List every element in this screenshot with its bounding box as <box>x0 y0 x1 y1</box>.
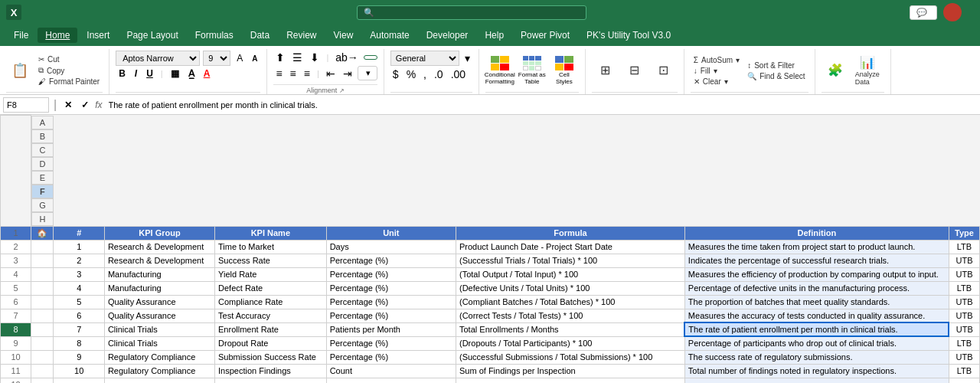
col-header-e[interactable]: E <box>31 171 54 185</box>
bold-button[interactable]: B <box>116 67 129 80</box>
empty-cell[interactable] <box>104 378 214 383</box>
autosum-button[interactable]: ΣAutoSum▾ <box>691 55 743 65</box>
col-c-cell[interactable]: Research & Development <box>104 254 214 267</box>
insert-button[interactable]: ⊞ <box>592 61 619 80</box>
col-a-cell[interactable] <box>31 364 54 378</box>
col-h-cell[interactable]: UTB <box>949 322 979 336</box>
align-bottom-button[interactable]: ⬇ <box>308 51 322 64</box>
menu-formulas[interactable]: Formulas <box>188 28 241 43</box>
header-formula[interactable]: Formula <box>456 226 685 240</box>
col-e-cell[interactable]: Percentage (%) <box>326 336 456 350</box>
col-h-cell[interactable]: LTB <box>949 336 979 350</box>
col-f-cell[interactable]: (Dropouts / Total Participants) * 100 <box>456 336 685 350</box>
col-f-cell[interactable]: Product Launch Date - Project Start Date <box>456 240 685 254</box>
menu-page-layout[interactable]: Page Layout <box>119 28 185 43</box>
currency-button[interactable]: $ <box>390 67 401 81</box>
col-e-cell[interactable]: Percentage (%) <box>326 350 456 364</box>
col-d-cell[interactable]: Dropout Rate <box>215 336 327 350</box>
fill-button[interactable]: ↓Fill▾ <box>691 66 743 76</box>
col-d-cell[interactable]: Test Accuracy <box>215 309 327 322</box>
col-c-cell[interactable]: Manufacturing <box>104 281 214 295</box>
cancel-formula-button[interactable]: ✕ <box>61 99 75 111</box>
col-f-cell[interactable]: (Successful Trials / Total Trials) * 100 <box>456 254 685 267</box>
col-f-cell[interactable]: (Compliant Batches / Total Batches) * 10… <box>456 295 685 309</box>
col-g-cell[interactable]: The proportion of batches that meet qual… <box>684 295 949 309</box>
menu-home[interactable]: Home <box>38 28 77 43</box>
header-num[interactable]: # <box>54 226 104 240</box>
menu-pk-utility[interactable]: PK's Utility Tool V3.0 <box>579 28 678 43</box>
col-e-cell[interactable]: Percentage (%) <box>326 281 456 295</box>
col-e-cell[interactable]: Percentage (%) <box>326 295 456 309</box>
col-c-cell[interactable]: Quality Assurance <box>104 295 214 309</box>
number-format-dropdown-icon[interactable]: ▾ <box>462 51 472 65</box>
formula-input[interactable] <box>106 100 978 110</box>
table-row[interactable]: 65Quality AssuranceCompliance RatePercen… <box>1 295 980 309</box>
confirm-formula-button[interactable]: ✓ <box>78 99 92 111</box>
col-c-cell[interactable]: Regulatory Compliance <box>104 364 214 378</box>
empty-cell[interactable] <box>326 378 456 383</box>
col-header-f[interactable]: F <box>31 185 54 198</box>
align-left-button[interactable]: ≡ <box>273 67 284 80</box>
font-size-select[interactable]: 9 <box>203 51 230 66</box>
col-f-cell[interactable]: (Successful Submissions / Total Submissi… <box>456 350 685 364</box>
search-box[interactable]: 🔍 <box>357 5 586 20</box>
table-row[interactable]: 109Regulatory ComplianceSubmission Succe… <box>1 350 980 364</box>
empty-cell[interactable] <box>949 378 979 383</box>
col-h-cell[interactable]: LTB <box>949 240 979 254</box>
decrease-font-button[interactable]: A <box>249 54 260 64</box>
col-c-cell[interactable]: Research & Development <box>104 240 214 254</box>
wrap-text-button[interactable] <box>364 55 377 60</box>
header-definition[interactable]: Definition <box>684 226 949 240</box>
increase-indent-button[interactable]: ⇥ <box>341 67 354 80</box>
col-h-cell[interactable]: UTB <box>949 309 979 322</box>
font-name-select[interactable]: Aptos Narrow <box>116 51 200 66</box>
col-h-cell[interactable]: LTB <box>949 364 979 378</box>
col-e-cell[interactable]: Percentage (%) <box>326 267 456 281</box>
empty-row[interactable]: 12 <box>1 378 980 383</box>
align-center-button[interactable]: ≡ <box>288 67 299 80</box>
borders-button[interactable]: ▦ <box>168 67 182 80</box>
increase-font-button[interactable]: A <box>234 52 246 64</box>
col-e-cell[interactable]: Count <box>326 364 456 378</box>
header-kpi-name[interactable]: KPI Name <box>215 226 327 240</box>
col-a-cell[interactable] <box>31 240 54 254</box>
col-f-cell[interactable]: (Correct Tests / Total Tests) * 100 <box>456 309 685 322</box>
col-c-cell[interactable]: Manufacturing <box>104 267 214 281</box>
menu-power-pivot[interactable]: Power Pivot <box>513 28 577 43</box>
percent-button[interactable]: % <box>404 67 418 81</box>
col-header-c[interactable]: C <box>31 143 54 157</box>
col-h-cell[interactable]: UTB <box>949 295 979 309</box>
col-f-cell[interactable]: (Total Output / Total Input) * 100 <box>456 267 685 281</box>
col-h-cell[interactable]: UTB <box>949 254 979 267</box>
col-c-cell[interactable]: Clinical Trials <box>104 322 214 336</box>
col-g-cell[interactable]: Percentage of defective units in the man… <box>684 281 949 295</box>
col-f-cell[interactable]: Total Enrollments / Months <box>456 322 685 336</box>
col-f-cell[interactable]: Sum of Findings per Inspection <box>456 364 685 378</box>
table-row[interactable]: 87Clinical TrialsEnrollment RatePatients… <box>1 322 980 336</box>
col-g-cell[interactable]: The rate of patient enrollment per month… <box>684 322 949 336</box>
increase-decimal-button[interactable]: .00 <box>449 67 468 81</box>
table-row[interactable]: 76Quality AssuranceTest AccuracyPercenta… <box>1 309 980 322</box>
col-g-cell[interactable]: Measures the accuracy of tests conducted… <box>684 309 949 322</box>
align-top-button[interactable]: ⬆ <box>273 51 287 64</box>
menu-file[interactable]: File <box>6 28 36 43</box>
merge-dropdown-icon[interactable]: ▾ <box>366 68 371 78</box>
col-header-a[interactable]: A <box>31 116 54 129</box>
table-row[interactable]: 43ManufacturingYield RatePercentage (%)(… <box>1 267 980 281</box>
cut-button[interactable]: ✂Cut <box>35 54 103 64</box>
col-b-cell[interactable]: 9 <box>54 350 104 364</box>
col-a-cell[interactable] <box>31 295 54 309</box>
header-kpi-group[interactable]: KPI Group <box>104 226 214 240</box>
number-format-select[interactable]: General <box>390 51 459 66</box>
col-a-cell[interactable] <box>31 336 54 350</box>
addins-button[interactable]: 🧩 <box>822 61 849 80</box>
table-row[interactable]: 21Research & DevelopmentTime to MarketDa… <box>1 240 980 254</box>
col-h-cell[interactable]: LTB <box>949 281 979 295</box>
col-e-cell[interactable]: Percentage (%) <box>326 254 456 267</box>
col-h-cell[interactable]: UTB <box>949 350 979 364</box>
sort-filter-button[interactable]: ↕Sort & Filter <box>744 61 808 70</box>
spreadsheet-container[interactable]: A B C D E F G H 1 🏠 # KPI Group KPI Name… <box>0 115 980 383</box>
align-right-button[interactable]: ≡ <box>302 67 312 80</box>
menu-data[interactable]: Data <box>243 28 277 43</box>
col-g-cell[interactable]: The success rate of regulatory submissio… <box>684 350 949 364</box>
